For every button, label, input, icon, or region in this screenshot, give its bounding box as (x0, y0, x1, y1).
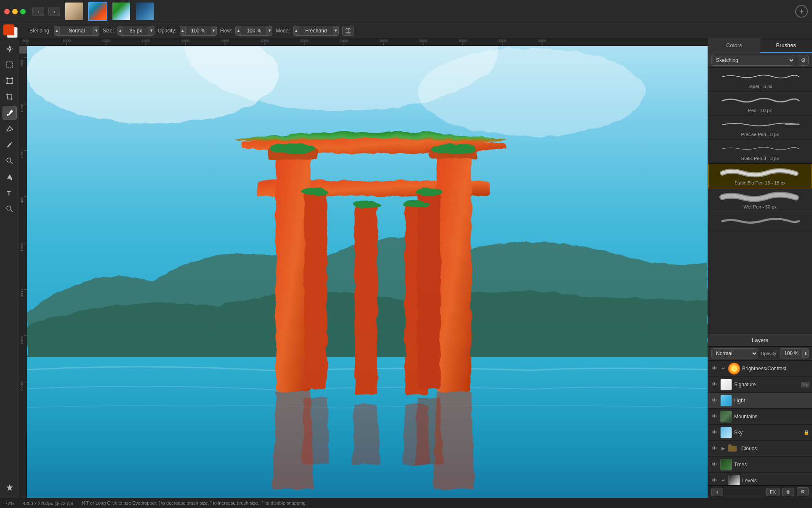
brush-name-precise: Precise Pen - 8 px (741, 132, 779, 137)
svg-rect-29 (27, 46, 708, 498)
minimize-button[interactable] (12, 9, 18, 14)
layer-item-clouds[interactable]: 👁 ▶ Clouds (708, 441, 812, 457)
layer-visibility-sky[interactable]: 👁 (711, 429, 718, 436)
brush-name-static3: Static Pen 3 - 3 px (741, 156, 779, 161)
add-layer-button[interactable]: + (711, 488, 723, 496)
mode-up-btn[interactable]: ▼ (333, 26, 339, 36)
vertical-ruler (19, 53, 27, 498)
text-tool[interactable]: T (3, 186, 17, 200)
move-tool[interactable] (3, 42, 17, 56)
layer-item-light[interactable]: 👁 Light (708, 393, 812, 409)
blending-down-btn[interactable]: ▲ (54, 26, 60, 36)
layer-opacity-input[interactable] (780, 348, 803, 358)
fullscreen-button[interactable] (20, 9, 26, 14)
layer-visibility-signature[interactable]: 👁 (711, 381, 718, 388)
document-thumb-3[interactable] (112, 2, 131, 21)
forward-button[interactable]: › (48, 7, 60, 16)
layer-lock-icon: 🔒 (804, 430, 809, 435)
brush-item-pen[interactable]: Pen - 10 px (708, 92, 812, 116)
mode-group[interactable]: ▲ ▼ (293, 26, 339, 36)
layer-item-trees[interactable]: 👁 Trees (708, 457, 812, 473)
brush-item-static3[interactable]: Static Pen 3 - 3 px (708, 140, 812, 164)
layer-visibility-mountains[interactable]: 👁 (711, 413, 718, 420)
brush-stroke-preview (718, 167, 802, 179)
flow-group[interactable]: ▲ ▼ (235, 26, 272, 36)
layer-opacity-group[interactable]: ⬍ (780, 348, 809, 358)
horizontal-ruler (19, 38, 708, 46)
brush-stroke-preview (718, 191, 802, 203)
opacity-label-layers: Opacity: (761, 351, 777, 356)
layer-visibility-levels[interactable]: 👁 (711, 477, 718, 484)
smudge-tool[interactable] (3, 138, 17, 152)
opacity-down-btn[interactable]: ▲ (180, 26, 186, 36)
layers-bottom-bar: + FX 🗑 ⚙ (708, 485, 812, 498)
layer-item-signature[interactable]: 👁 Signature Fx (708, 377, 812, 393)
size-select-group[interactable]: ▲ ▼ (117, 26, 154, 36)
document-thumb-1[interactable] (64, 2, 84, 21)
layers-blend-mode[interactable]: Normal (711, 348, 758, 358)
clone-tool[interactable] (3, 154, 17, 168)
brush-settings-button[interactable]: ⚙ (798, 55, 809, 66)
right-panel: Colors Brushes Sketching ⚙ Ta (708, 38, 812, 498)
document-thumb-2[interactable] (88, 2, 107, 21)
new-document-button[interactable]: + (795, 5, 808, 18)
layer-visibility-brightness[interactable]: 👁 (711, 365, 718, 372)
size-down-btn[interactable]: ▲ (117, 26, 123, 36)
layer-name-light: Light (734, 398, 809, 404)
layer-item-brightness[interactable]: 👁 ↵ Brightness/Contrast (708, 361, 812, 377)
transform-tool[interactable] (3, 74, 17, 88)
blending-up-btn[interactable]: ▼ (93, 26, 99, 36)
delete-layer-button[interactable]: 🗑 (782, 488, 794, 496)
canvas-dimensions: 4200 x 2200px @ 72 ppi (23, 501, 73, 506)
fx-button[interactable]: FX (766, 488, 780, 496)
flow-down-btn[interactable]: ▲ (235, 26, 241, 36)
tab-brushes[interactable]: Brushes (760, 38, 812, 53)
svg-text:T: T (7, 190, 11, 197)
zoom-tool[interactable] (3, 202, 17, 216)
brush-item-bigpen[interactable]: Static Big Pen 15 - 15 px (708, 164, 812, 188)
layer-visibility-light[interactable]: 👁 (711, 397, 718, 404)
foreground-color[interactable] (3, 24, 14, 35)
brush-tool[interactable] (3, 106, 17, 120)
size-input[interactable] (123, 26, 149, 36)
flow-up-btn[interactable]: ▼ (266, 26, 272, 36)
layer-visibility-trees[interactable]: 👁 (711, 461, 718, 468)
eraser-tool[interactable] (3, 122, 17, 136)
layers-settings-button[interactable]: ⚙ (797, 487, 809, 496)
symmetry-button[interactable] (342, 26, 354, 36)
brush-item-wetpen[interactable]: Wet Pen - 50 px (708, 188, 812, 212)
back-button[interactable]: ‹ (32, 7, 44, 16)
opacity-up-btn[interactable]: ▼ (211, 26, 217, 36)
zoom-level: 72% (5, 501, 14, 506)
brush-item-precise[interactable]: Precise Pen - 8 px (708, 116, 812, 140)
document-thumb-4[interactable] (135, 2, 154, 21)
favorite-tool[interactable] (3, 480, 17, 495)
opacity-group[interactable]: ▲ ▼ (180, 26, 217, 36)
brush-item-extra[interactable] (708, 212, 812, 231)
layer-item-mountains[interactable]: 👁 Mountains (708, 409, 812, 425)
blending-input[interactable] (60, 26, 93, 36)
svg-point-4 (6, 83, 8, 84)
mode-input[interactable] (299, 26, 333, 36)
canvas-area[interactable] (19, 46, 708, 498)
brush-item-taper[interactable]: Taper - 5 px (708, 68, 812, 92)
brushes-section: Sketching ⚙ Taper - 5 px (708, 53, 812, 334)
close-button[interactable] (4, 9, 10, 14)
flow-input[interactable] (241, 26, 266, 36)
brush-list: Taper - 5 px Pen - 10 px (708, 68, 812, 334)
opacity-input[interactable] (186, 26, 211, 36)
crop-tool[interactable] (3, 90, 17, 104)
brush-category-select[interactable]: Sketching (711, 55, 795, 66)
svg-point-5 (11, 83, 13, 84)
size-up-btn[interactable]: ▼ (149, 26, 154, 36)
fill-tool[interactable] (3, 170, 17, 184)
layer-visibility-clouds[interactable]: 👁 (711, 445, 718, 452)
blending-select-group[interactable]: ▲ ▼ (54, 26, 99, 36)
tab-colors[interactable]: Colors (708, 38, 760, 53)
mode-down-btn[interactable]: ▲ (293, 26, 299, 36)
layer-item-sky[interactable]: 👁 Sky 🔒 (708, 425, 812, 441)
layer-opacity-stepper[interactable]: ⬍ (803, 348, 809, 358)
select-tool[interactable] (3, 58, 17, 72)
color-selector[interactable] (3, 24, 19, 37)
layer-item-levels[interactable]: 👁 ↵ Levels (708, 473, 812, 485)
